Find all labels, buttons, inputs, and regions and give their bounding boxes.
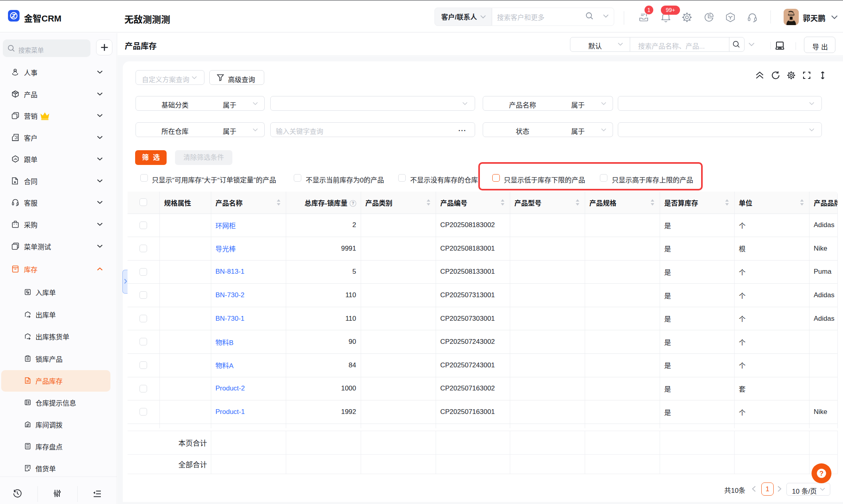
svg-text:?: ? (819, 470, 823, 477)
svg-text:?: ? (352, 201, 354, 206)
